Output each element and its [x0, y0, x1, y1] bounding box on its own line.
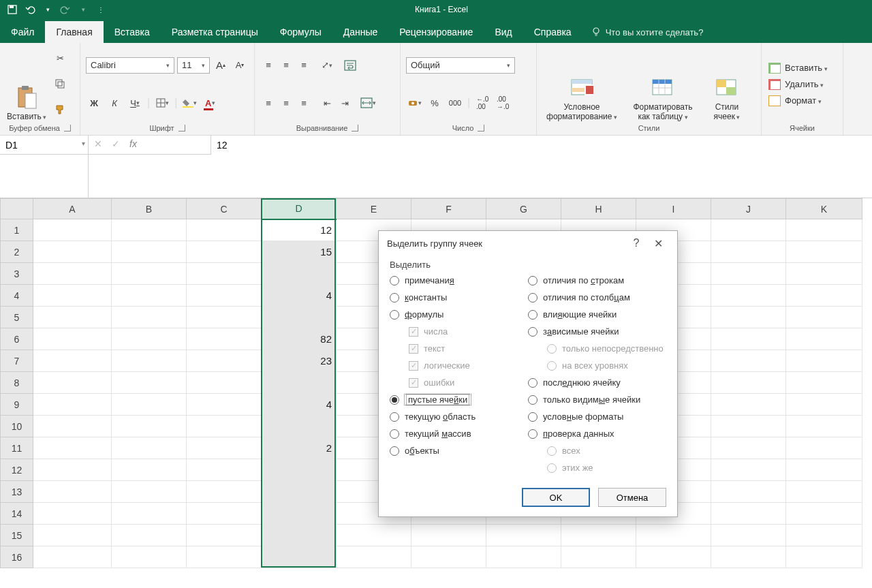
cell-J10[interactable]	[711, 416, 786, 437]
cell-J1[interactable]	[711, 219, 786, 241]
wrap-text-icon[interactable]	[342, 57, 358, 74]
font-color-button[interactable]: A	[202, 95, 218, 111]
align-left-icon[interactable]: ≡	[260, 95, 277, 111]
cell-D2[interactable]: 15	[262, 241, 337, 263]
row-header-2[interactable]: 2	[1, 241, 33, 263]
option-условные-форматы[interactable]: условные форматы	[528, 412, 666, 422]
cell-C16[interactable]	[187, 546, 262, 568]
cell-E16[interactable]	[337, 546, 411, 568]
row-header-6[interactable]: 6	[1, 328, 33, 350]
row-header-8[interactable]: 8	[1, 372, 33, 394]
cell-A6[interactable]	[33, 328, 112, 350]
cell-J6[interactable]	[711, 328, 786, 350]
cell-D9[interactable]: 4	[262, 394, 337, 416]
align-center-icon[interactable]: ≡	[278, 95, 294, 111]
conditional-formatting-button[interactable]: Условное форматирование	[541, 46, 623, 123]
column-header-C[interactable]: C	[187, 199, 262, 219]
cell-D1[interactable]: 12	[262, 219, 337, 241]
tell-me-search[interactable]: Что вы хотите сделать?	[582, 21, 712, 43]
cell-K1[interactable]	[786, 219, 862, 241]
fill-color-button[interactable]	[181, 95, 198, 111]
cell-A5[interactable]	[33, 307, 112, 328]
dialog-help-button[interactable]: ?	[625, 237, 647, 249]
cell-J4[interactable]	[711, 285, 786, 307]
column-header-H[interactable]: H	[561, 199, 636, 219]
dialog-ok-button[interactable]: OK	[522, 488, 590, 507]
cell-C13[interactable]	[187, 481, 262, 503]
cell-B13[interactable]	[112, 481, 187, 503]
option-пустые-ячейки[interactable]: пустые ячейки	[390, 394, 528, 405]
ribbon-tab-Рецензирование[interactable]: Рецензирование	[388, 21, 484, 43]
column-header-E[interactable]: E	[337, 199, 411, 219]
row-header-1[interactable]: 1	[1, 219, 33, 241]
cell-D11[interactable]: 2	[262, 437, 337, 459]
save-icon[interactable]	[5, 3, 19, 16]
font-dialog-launcher[interactable]	[178, 125, 185, 131]
clipboard-dialog-launcher[interactable]	[64, 125, 71, 131]
cell-C6[interactable]	[187, 328, 262, 350]
column-header-D[interactable]: D	[262, 199, 337, 219]
cell-K9[interactable]	[786, 394, 862, 416]
cell-D10[interactable]	[262, 416, 337, 437]
ribbon-tab-Справка[interactable]: Справка	[523, 21, 582, 43]
namebox-caret-icon[interactable]: ▾	[79, 136, 88, 155]
row-header-14[interactable]: 14	[1, 503, 33, 525]
name-box[interactable]	[0, 136, 79, 155]
decrease-font-icon[interactable]: A▾	[232, 57, 248, 74]
cell-D5[interactable]	[262, 307, 337, 328]
fx-icon[interactable]: fx	[129, 138, 137, 149]
cell-K11[interactable]	[786, 437, 862, 459]
row-header-9[interactable]: 9	[1, 394, 33, 416]
delete-cells-button[interactable]: Удалить	[766, 78, 839, 91]
cell-J14[interactable]	[711, 503, 786, 525]
cell-C2[interactable]	[187, 241, 262, 263]
undo-more-icon[interactable]: ▾	[41, 3, 54, 16]
cell-B3[interactable]	[112, 263, 187, 285]
column-header-F[interactable]: F	[411, 199, 486, 219]
cell-J13[interactable]	[711, 481, 786, 503]
italic-button[interactable]: К	[106, 95, 123, 111]
align-middle-icon[interactable]: ≡	[278, 57, 294, 74]
cell-K16[interactable]	[786, 546, 862, 568]
cell-K7[interactable]	[786, 350, 862, 372]
cell-D4[interactable]: 4	[262, 285, 337, 307]
cell-J5[interactable]	[711, 307, 786, 328]
cell-J8[interactable]	[711, 372, 786, 394]
cell-B7[interactable]	[112, 350, 187, 372]
cell-A14[interactable]	[33, 503, 112, 525]
cell-J12[interactable]	[711, 459, 786, 481]
cell-H15[interactable]	[561, 525, 636, 546]
option-проверка-данных[interactable]: проверка данных	[528, 429, 666, 439]
cell-G15[interactable]	[486, 525, 561, 546]
cell-B15[interactable]	[112, 525, 187, 546]
cell-A7[interactable]	[33, 350, 112, 372]
ribbon-tab-Разметка страницы[interactable]: Разметка страницы	[161, 21, 269, 43]
row-header-11[interactable]: 11	[1, 437, 33, 459]
alignment-dialog-launcher[interactable]	[352, 125, 358, 131]
cell-D16[interactable]	[262, 546, 337, 568]
option-зависимые-ячейки[interactable]: зависимые ячейки	[528, 326, 666, 337]
cell-styles-button[interactable]: Стили ячеек	[703, 46, 751, 123]
cell-D15[interactable]	[262, 525, 337, 546]
option-примечания[interactable]: примечания	[390, 275, 528, 285]
cell-B16[interactable]	[112, 546, 187, 568]
column-header-A[interactable]: A	[33, 199, 112, 219]
option-объекты[interactable]: объекты	[390, 446, 528, 456]
cell-B11[interactable]	[112, 437, 187, 459]
row-header-13[interactable]: 13	[1, 481, 33, 503]
cell-B5[interactable]	[112, 307, 187, 328]
option-текущий-массив[interactable]: текущий массив	[390, 429, 528, 439]
copy-icon[interactable]	[52, 76, 68, 92]
font-size-combo[interactable]: 11▾	[177, 57, 210, 74]
comma-style-icon[interactable]: 000	[447, 95, 463, 111]
cell-D3[interactable]	[262, 263, 337, 285]
cell-J7[interactable]	[711, 350, 786, 372]
cell-C11[interactable]	[187, 437, 262, 459]
format-cells-button[interactable]: Формат	[766, 94, 839, 108]
ribbon-tab-Вид[interactable]: Вид	[484, 21, 523, 43]
cell-J9[interactable]	[711, 394, 786, 416]
cell-B12[interactable]	[112, 459, 187, 481]
row-header-4[interactable]: 4	[1, 285, 33, 307]
cell-K5[interactable]	[786, 307, 862, 328]
cell-B4[interactable]	[112, 285, 187, 307]
